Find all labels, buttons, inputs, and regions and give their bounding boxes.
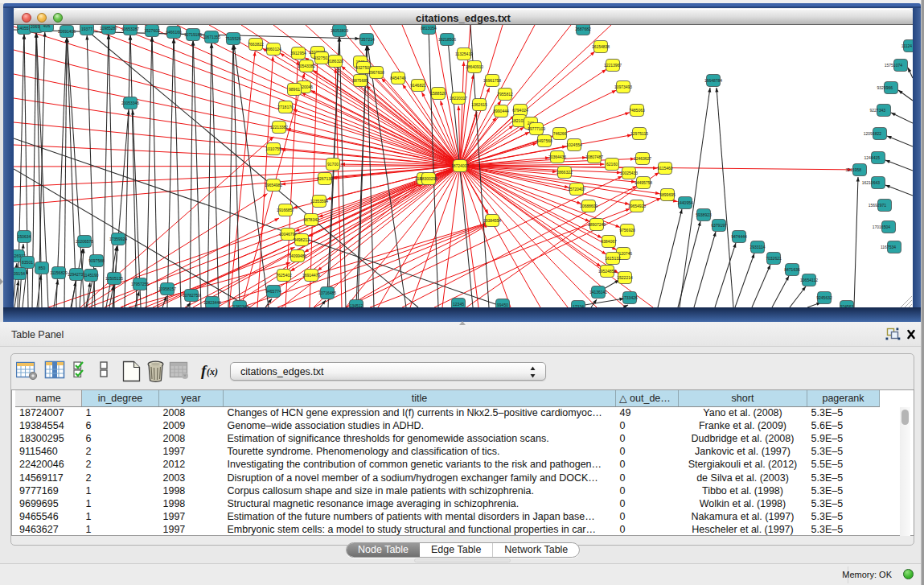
svg-text:1440954: 1440954 — [677, 200, 693, 205]
svg-text:16961758: 16961758 — [483, 78, 501, 83]
svg-text:91700: 91700 — [327, 162, 339, 167]
svg-text:16053809: 16053809 — [331, 28, 348, 33]
svg-text:9245632: 9245632 — [816, 295, 832, 300]
svg-text:12353594: 12353594 — [310, 199, 328, 204]
svg-text:20364436: 20364436 — [548, 154, 566, 159]
svg-text:10807487: 10807487 — [585, 154, 603, 159]
svg-text:10654112: 10654112 — [800, 278, 818, 282]
svg-text:8267130: 8267130 — [317, 176, 333, 181]
svg-text:18220317: 18220317 — [450, 96, 467, 101]
svg-text:18640910: 18640910 — [466, 64, 483, 69]
svg-text:10688609: 10688609 — [580, 204, 598, 208]
svg-text:15720407: 15720407 — [568, 187, 585, 192]
svg-text:7955812: 7955812 — [497, 92, 513, 97]
svg-text:17334: 17334 — [573, 304, 584, 307]
svg-text:17016504: 17016504 — [873, 225, 890, 229]
svg-text:1010755: 1010755 — [265, 146, 281, 151]
svg-text:20691406: 20691406 — [58, 29, 76, 34]
svg-text:(x): (x) — [207, 366, 218, 377]
svg-text:18907249: 18907249 — [588, 222, 606, 227]
svg-text:1527602: 1527602 — [144, 28, 160, 33]
svg-text:13716485: 13716485 — [318, 290, 336, 295]
svg-text:14495758: 14495758 — [634, 180, 652, 185]
svg-text:2718170: 2718170 — [277, 105, 294, 109]
svg-text:128234: 128234 — [233, 304, 247, 307]
svg-text:10958157: 10958157 — [158, 286, 176, 291]
svg-text:17359924: 17359924 — [109, 237, 127, 241]
svg-text:9498212: 9498212 — [294, 237, 310, 242]
svg-text:7663822: 7663822 — [248, 42, 264, 47]
svg-text:10653287: 10653287 — [121, 27, 139, 31]
svg-text:19384554: 19384554 — [483, 218, 501, 223]
svg-text:19524851: 19524851 — [598, 269, 616, 274]
svg-text:62160: 62160 — [606, 162, 618, 167]
svg-text:8454749: 8454749 — [390, 76, 406, 80]
svg-text:16648784: 16648784 — [704, 78, 722, 83]
svg-text:6899695: 6899695 — [659, 192, 676, 197]
svg-text:17957255: 17957255 — [131, 282, 149, 286]
svg-text:8813054: 8813054 — [421, 26, 437, 31]
svg-text:7485063: 7485063 — [629, 108, 645, 113]
svg-text:8990444: 8990444 — [493, 109, 509, 113]
svg-text:3875685: 3875685 — [352, 78, 368, 83]
svg-text:15692971: 15692971 — [869, 203, 886, 208]
svg-text:19218506: 19218506 — [438, 37, 456, 42]
svg-text:1615132: 1615132 — [605, 256, 621, 261]
svg-text:11124: 11124 — [901, 43, 912, 48]
svg-text:7357214: 7357214 — [359, 37, 375, 42]
svg-text:19654982: 19654982 — [265, 183, 282, 187]
svg-text:8186328: 8186328 — [327, 59, 343, 64]
svg-text:9115460: 9115460 — [657, 166, 672, 171]
svg-text:19166857: 19166857 — [277, 208, 294, 212]
svg-text:746266: 746266 — [553, 131, 567, 136]
svg-text:6794024: 6794024 — [512, 108, 528, 113]
svg-text:1522214: 1522214 — [617, 275, 633, 280]
svg-text:1145190: 1145190 — [83, 273, 98, 278]
svg-text:8660124: 8660124 — [265, 47, 281, 51]
svg-text:83501: 83501 — [22, 260, 33, 265]
svg-text:134512: 134512 — [350, 303, 363, 307]
svg-text:10973493: 10973493 — [614, 84, 632, 89]
svg-text:12823446: 12823446 — [203, 300, 221, 305]
svg-text:1167534: 1167534 — [881, 245, 896, 249]
svg-text:9465774: 9465774 — [265, 289, 281, 294]
svg-text:11325419: 11325419 — [455, 51, 473, 56]
svg-text:5938923: 5938923 — [696, 212, 712, 217]
svg-text:3878342: 3878342 — [303, 217, 319, 222]
svg-text:6466160: 6466160 — [166, 30, 182, 35]
svg-text:19777109: 19777109 — [528, 126, 545, 131]
svg-text:14136141: 14136141 — [589, 290, 607, 295]
svg-text:150634: 150634 — [18, 234, 31, 239]
svg-text:12213382: 12213382 — [270, 125, 288, 130]
svg-text:16914479: 16914479 — [302, 273, 320, 278]
svg-text:16210643: 16210643 — [862, 180, 880, 185]
svg-text:9227343: 9227343 — [870, 108, 886, 113]
svg-text:9329966: 9329966 — [877, 85, 893, 90]
svg-text:12213967: 12213967 — [604, 63, 622, 68]
svg-text:10985287: 10985287 — [100, 26, 117, 31]
svg-text:9097588: 9097588 — [88, 258, 105, 263]
svg-text:1733426: 1733426 — [622, 295, 638, 300]
svg-text:19654923: 19654923 — [628, 204, 646, 208]
svg-text:98961: 98961 — [289, 87, 300, 92]
svg-text:406: 406 — [43, 25, 51, 28]
svg-text:3215958: 3215958 — [846, 167, 862, 172]
svg-text:9756928: 9756928 — [619, 228, 635, 233]
svg-text:140557: 140557 — [18, 26, 31, 31]
svg-text:11156829: 11156829 — [50, 270, 68, 275]
svg-text:2933114: 2933114 — [749, 245, 765, 249]
svg-text:12975115: 12975115 — [630, 131, 648, 136]
svg-text:15751074: 15751074 — [885, 63, 902, 68]
svg-text:2967608: 2967608 — [368, 70, 384, 75]
svg-text:6497568: 6497568 — [536, 138, 552, 143]
svg-text:99450: 99450 — [497, 303, 508, 307]
svg-text:10025433: 10025433 — [620, 171, 638, 175]
svg-text:850: 850 — [39, 266, 46, 270]
svg-text:10671355: 10671355 — [203, 35, 220, 39]
svg-text:12093822: 12093822 — [864, 131, 881, 136]
svg-text:1024554: 1024554 — [566, 142, 582, 147]
svg-text:1588520: 1588520 — [430, 91, 446, 96]
svg-text:12345: 12345 — [453, 302, 464, 307]
svg-text:10782759: 10782759 — [183, 293, 200, 298]
svg-text:6379197: 6379197 — [711, 223, 727, 228]
